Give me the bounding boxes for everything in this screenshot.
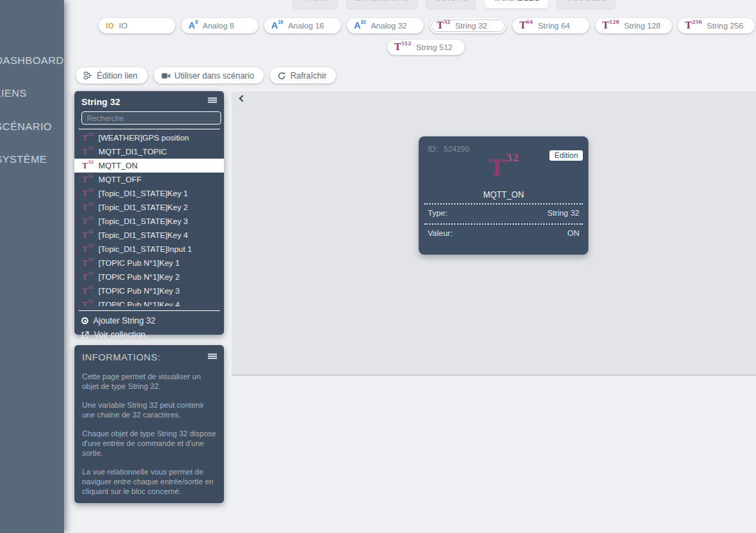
tab-objets[interactable]: OBJETS — [426, 0, 476, 8]
menu-icon[interactable] — [208, 97, 217, 104]
refresh-icon — [278, 72, 286, 80]
refresh-label: Rafraîchir — [290, 71, 326, 81]
chevron-left-icon[interactable] — [238, 95, 246, 103]
list-item-label: [TOPIC Pub N°1]Key 4 — [99, 301, 180, 306]
type-pill-string64[interactable]: T64 String 64 — [513, 18, 589, 33]
type-pill-label: String 64 — [538, 22, 570, 30]
type-pill-analog32[interactable]: A32 Analog 32 — [347, 18, 424, 33]
menu-icon[interactable] — [208, 353, 217, 360]
variable-type-row: IO IO A8 Analog 8 A16 Analog 16 A32 Anal… — [99, 18, 755, 33]
add-string32-button[interactable]: Ajouter String 32 — [74, 314, 224, 328]
divider — [79, 310, 220, 311]
tab-extensions[interactable]: EXTENSIONS — [346, 0, 417, 8]
type-label: Type: — [428, 209, 447, 217]
string-icon: T32 — [82, 203, 94, 212]
value-row: Valeur: ON — [428, 229, 579, 237]
list-item-label: [WEATHER]GPS position — [99, 134, 189, 142]
list-item[interactable]: T32 [Topic_DI1_STATE]Key 1 — [74, 186, 224, 200]
string-icon: T32 — [82, 301, 94, 306]
string-icon: T128 — [602, 21, 619, 31]
view-collection-button[interactable]: Voir collection — [74, 328, 224, 342]
analog-icon: A8 — [188, 21, 198, 31]
id-label: ID: — [428, 145, 437, 153]
informations-title: INFORMATIONS: — [82, 352, 216, 363]
add-string32-label: Ajouter String 32 — [93, 316, 155, 326]
list-panel-title: String 32 — [81, 97, 217, 107]
string-icon: T32 — [82, 148, 94, 156]
variable-list: T32 [WEATHER]GPS position T32 MQTT_DI1_T… — [74, 131, 224, 306]
list-item[interactable]: T32 MQTT_OFF — [74, 173, 224, 186]
list-item-label: [Topic_DI1_STATE]Key 3 — [99, 217, 188, 225]
type-pill-label: String 32 — [455, 22, 487, 30]
refresh-button[interactable]: Rafraîchir — [270, 67, 336, 83]
variable-detail-card: ID:524290 Édition T32 MQTT_ON Type: Stri… — [419, 136, 588, 255]
list-item[interactable]: T32 [Topic_DI1_STATE]Input 1 — [74, 242, 224, 256]
tab-modules[interactable]: MODULES — [557, 0, 616, 8]
dotted-separator — [424, 203, 583, 205]
tab-ipx800[interactable]: IPX800 — [293, 0, 337, 8]
type-row: Type: String 32 — [428, 209, 579, 217]
string-icon: T32 — [82, 217, 94, 225]
variable-id: ID:524290 — [428, 145, 469, 153]
edit-link-button[interactable]: Édition lien — [76, 67, 147, 83]
string-icon: T32 — [82, 231, 94, 239]
info-paragraph: Une variable String 32 peut contenir une… — [82, 400, 216, 420]
string-icon: T32 — [82, 161, 94, 170]
sidebar-item-scenario[interactable]: SCÉNARIO — [0, 120, 52, 132]
list-item[interactable]: T32 [TOPIC Pub N°1]Key 1 — [74, 256, 224, 270]
sidebar-item-liens[interactable]: LIENS — [0, 87, 26, 99]
string-icon: T32 — [437, 21, 450, 31]
sidebar: DASHBOARD LIENS SCÉNARIO SYSTÈME — [0, 0, 64, 533]
list-item-selected[interactable]: T32 MQTT_ON — [74, 159, 224, 173]
list-item-label: MQTT_OFF — [99, 175, 142, 184]
type-pill-label: String 128 — [624, 22, 660, 30]
list-item[interactable]: T32 [Topic_DI1_STATE]Key 3 — [74, 214, 224, 228]
string-icon: T32 — [82, 175, 94, 184]
string-icon: T512 — [394, 42, 411, 52]
toolbar: Édition lien Utiliser dans scénario Rafr… — [76, 67, 336, 83]
list-item[interactable]: T32 [WEATHER]GPS position — [74, 131, 224, 145]
list-item[interactable]: T32 [TOPIC Pub N°1]Key 4 — [74, 298, 224, 306]
list-item[interactable]: T32 [TOPIC Pub N°1]Key 2 — [74, 270, 224, 284]
list-item[interactable]: T32 [Topic_DI1_STATE]Key 4 — [74, 228, 224, 242]
list-panel-footer: Ajouter String 32 Voir collection — [74, 314, 224, 342]
app-root: IPX800 EXTENSIONS OBJETS VARIABLES MODUL… — [0, 0, 756, 533]
use-in-scenario-button[interactable]: Utiliser dans scénario — [154, 67, 264, 83]
informations-panel: INFORMATIONS: Cette page permet de visua… — [74, 345, 224, 503]
string-icon: T32 — [82, 189, 94, 198]
list-item-label: MQTT_DI1_TOPIC — [99, 148, 167, 156]
type-pill-label: String 512 — [416, 43, 452, 51]
list-item-label: [TOPIC Pub N°1]Key 1 — [99, 259, 180, 267]
list-item-label: [Topic_DI1_STATE]Key 2 — [99, 203, 188, 212]
type-value: String 32 — [547, 209, 579, 217]
string32-list-panel: String 32 T32 [WEATHER]GPS position T32 … — [74, 91, 224, 335]
info-paragraph: Cette page permet de visualiser un objet… — [82, 372, 216, 391]
divider — [79, 129, 220, 129]
type-pill-string128[interactable]: T128 String 128 — [595, 18, 672, 33]
tab-variables[interactable]: VARIABLES — [485, 0, 548, 8]
variable-name: MQTT_ON — [419, 190, 588, 200]
string-icon: T256 — [685, 21, 702, 31]
link-edit-icon — [83, 72, 93, 79]
list-item-label: [Topic_DI1_STATE]Key 1 — [99, 189, 188, 198]
analog-icon: A16 — [271, 21, 283, 31]
list-item[interactable]: T32 MQTT_DI1_TOPIC — [74, 145, 224, 159]
string-icon: T32 — [82, 259, 94, 267]
edit-link-label: Édition lien — [97, 71, 138, 81]
list-item-label: [TOPIC Pub N°1]Key 2 — [99, 273, 180, 281]
list-item-label: MQTT_ON — [99, 161, 138, 170]
type-pill-string256[interactable]: T256 String 256 — [678, 18, 755, 33]
list-item[interactable]: T32 [TOPIC Pub N°1]Key 3 — [74, 284, 224, 298]
sidebar-item-systeme[interactable]: SYSTÈME — [0, 153, 47, 165]
type-pill-string512[interactable]: T512 String 512 — [387, 40, 465, 55]
type-pill-analog8[interactable]: A8 Analog 8 — [182, 18, 258, 33]
type-pill-label: String 256 — [707, 22, 743, 30]
type-pill-string32[interactable]: T32 String 32 — [430, 18, 506, 33]
analog-icon: A32 — [354, 21, 366, 31]
string-icon: T32 — [419, 157, 588, 179]
type-pill-analog16[interactable]: A16 Analog 16 — [264, 18, 341, 33]
list-item[interactable]: T32 [Topic_DI1_STATE]Key 2 — [74, 200, 224, 214]
type-pill-io[interactable]: IO IO — [99, 18, 175, 33]
search-input[interactable] — [81, 111, 221, 125]
sidebar-item-dashboard[interactable]: DASHBOARD — [0, 54, 64, 66]
